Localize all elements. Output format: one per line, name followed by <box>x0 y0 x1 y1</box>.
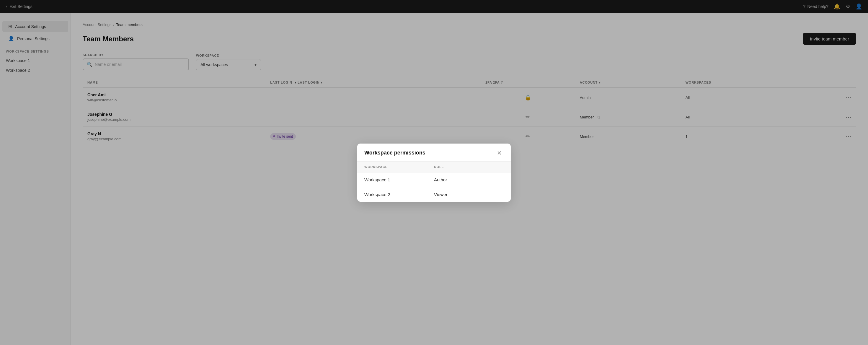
modal-workspace-name: Workspace 1 <box>364 177 434 182</box>
modal-role: Author <box>434 177 504 182</box>
modal-col-workspace: WORKSPACE <box>364 165 434 169</box>
modal-col-role: ROLE <box>434 165 504 169</box>
modal-workspace-name: Workspace 2 <box>364 192 434 197</box>
workspace-permissions-modal: Workspace permissions ✕ WORKSPACE ROLE W… <box>357 144 511 202</box>
modal-role: Viewer <box>434 192 504 197</box>
modal-close-button[interactable]: ✕ <box>495 149 504 156</box>
modal-column-headers: WORKSPACE ROLE <box>357 162 511 173</box>
modal-overlay[interactable]: Workspace permissions ✕ WORKSPACE ROLE W… <box>71 13 868 345</box>
main-layout: ⊞ Account Settings 👤 Personal Settings W… <box>0 13 868 345</box>
modal-row: Workspace 1 Author <box>357 173 511 187</box>
modal-header: Workspace permissions ✕ <box>357 144 511 162</box>
modal-body: WORKSPACE ROLE Workspace 1 Author Worksp… <box>357 162 511 202</box>
modal-title: Workspace permissions <box>364 150 426 156</box>
modal-row: Workspace 2 Viewer <box>357 187 511 202</box>
main-content: Account Settings / Team members Team Mem… <box>71 13 868 345</box>
